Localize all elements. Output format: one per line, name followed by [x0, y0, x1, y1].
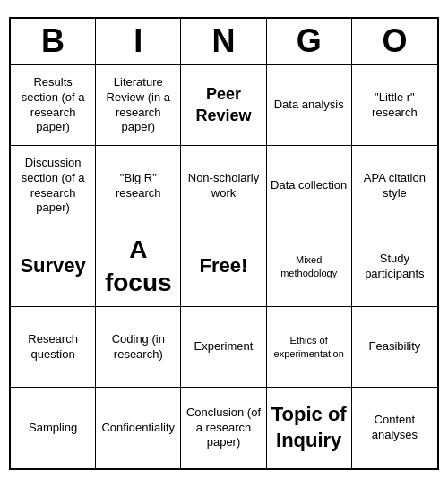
bingo-cell-10: Survey: [11, 226, 96, 307]
bingo-cell-5: Discussion section (of a research paper): [11, 146, 96, 226]
bingo-cell-1: Literature Review (in a research paper): [96, 65, 181, 146]
bingo-cell-18: Ethics of experimentation: [267, 307, 352, 388]
bingo-cell-24: Content analyses: [352, 388, 437, 468]
bingo-cell-17: Experiment: [181, 307, 266, 388]
bingo-cell-16: Coding (in research): [96, 307, 181, 388]
bingo-cell-3: Data analysis: [267, 65, 352, 146]
bingo-cell-20: Sampling: [11, 388, 96, 468]
bingo-cell-2: Peer Review: [181, 65, 266, 146]
bingo-cell-7: Non-scholarly work: [181, 146, 266, 226]
header-letter-i: I: [96, 19, 181, 64]
bingo-cell-8: Data collection: [267, 146, 352, 226]
bingo-header: BINGO: [11, 19, 437, 65]
bingo-cell-22: Conclusion (of a research paper): [181, 388, 266, 468]
bingo-cell-6: "Big R" research: [96, 146, 181, 226]
bingo-cell-9: APA citation style: [352, 146, 437, 226]
bingo-cell-19: Feasibility: [352, 307, 437, 388]
bingo-cell-4: "Little r" research: [352, 65, 437, 146]
bingo-cell-23: Topic of Inquiry: [267, 388, 352, 468]
header-letter-o: O: [352, 19, 437, 64]
bingo-cell-0: Results section (of a research paper): [11, 65, 96, 146]
bingo-cell-15: Research question: [11, 307, 96, 388]
bingo-card: BINGO Results section (of a research pap…: [9, 17, 439, 470]
header-letter-g: G: [267, 19, 352, 64]
bingo-cell-21: Confidentiality: [96, 388, 181, 468]
bingo-cell-14: Study participants: [352, 226, 437, 307]
header-letter-n: N: [181, 19, 266, 64]
bingo-grid: Results section (of a research paper)Lit…: [11, 65, 437, 468]
bingo-cell-13: Mixed methodology: [267, 226, 352, 307]
bingo-cell-12: Free!: [181, 226, 266, 307]
header-letter-b: B: [11, 19, 96, 64]
bingo-cell-11: A focus: [96, 226, 181, 307]
